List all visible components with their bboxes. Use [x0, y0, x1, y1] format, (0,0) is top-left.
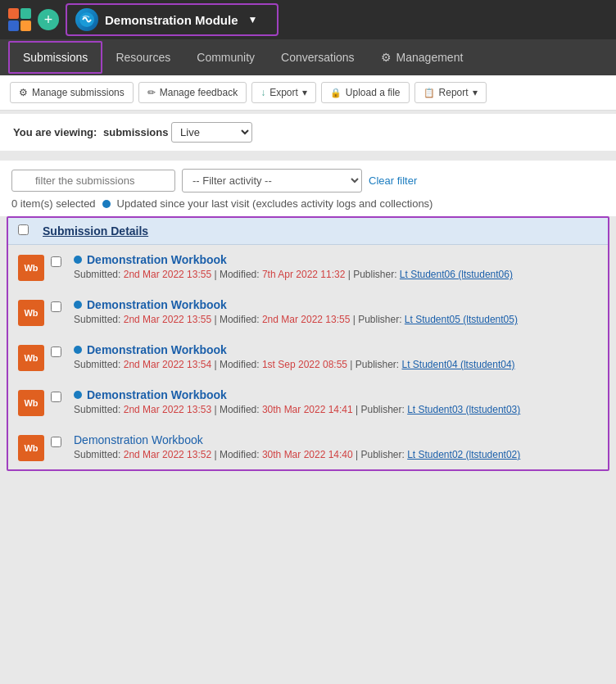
viewing-mode-select[interactable]: Live Draft Archived	[171, 122, 252, 143]
submission-meta: Submitted: 2nd Mar 2022 13:53 | Modified…	[74, 404, 598, 415]
row-checkbox[interactable]	[51, 256, 61, 267]
table-header-row: Submission Details	[8, 218, 608, 245]
row-checkbox[interactable]	[51, 301, 61, 312]
publisher-link[interactable]: Lt Student02 (ltstudent02)	[407, 449, 520, 460]
workbook-icon: Wb	[18, 255, 44, 281]
table-row: Wb Demonstration Workbook Submitted: 2nd…	[8, 425, 608, 469]
viewing-text: You are viewing: submissions	[13, 126, 171, 138]
viewing-type: submissions	[103, 126, 168, 138]
gear-icon	[19, 87, 28, 98]
tab-submissions[interactable]: Submissions	[8, 41, 102, 74]
row-checkbox[interactable]	[51, 437, 61, 447]
publisher-link[interactable]: Lt Student04 (ltstudent04)	[402, 359, 515, 370]
submission-title-text: Demonstration Workbook	[87, 388, 227, 401]
submission-meta: Submitted: 2nd Mar 2022 13:55 | Modified…	[74, 269, 598, 280]
row-checkbox-cell	[51, 388, 67, 402]
module-selector[interactable]: Demonstration Module ▼	[66, 3, 279, 36]
row-checkbox-cell	[51, 253, 67, 267]
manage-feedback-label: Manage feedback	[160, 87, 238, 98]
tab-resources-label: Resources	[116, 51, 170, 64]
modified-date: 7th Apr 2022 11:32	[262, 269, 345, 280]
pebblepad-logo	[8, 8, 31, 31]
publisher-link[interactable]: Lt Student06 (ltstudent06)	[400, 269, 513, 280]
submission-title-text: Demonstration Workbook	[87, 343, 227, 356]
tab-conversations[interactable]: Conversations	[268, 43, 368, 72]
tab-resources[interactable]: Resources	[102, 43, 183, 72]
wb-label: Wb	[24, 263, 38, 273]
modified-date: 30th Mar 2022 14:41	[262, 404, 353, 415]
search-input[interactable]	[11, 170, 175, 192]
tab-submissions-label: Submissions	[23, 51, 88, 64]
submission-meta: Submitted: 2nd Mar 2022 13:55 | Modified…	[74, 314, 598, 325]
tab-management[interactable]: Management	[368, 43, 477, 72]
modified-date: 2nd Mar 2022 13:55	[262, 314, 350, 325]
update-notice-text: Updated since your last visit (excludes …	[117, 197, 433, 210]
status-row: 0 item(s) selected Updated since your la…	[11, 193, 605, 211]
manage-submissions-label: Manage submissions	[32, 87, 125, 98]
submission-title-link[interactable]: Demonstration Workbook	[74, 298, 598, 311]
submissions-table-wrapper: Submission Details Wb Demonstration Work…	[0, 216, 616, 471]
tab-community[interactable]: Community	[183, 43, 268, 72]
submission-title-link[interactable]: Demonstration Workbook	[74, 433, 598, 446]
report-chevron-icon: ▾	[473, 87, 478, 98]
wb-label: Wb	[24, 353, 38, 363]
workbook-icon: Wb	[18, 345, 44, 371]
workbook-icon: Wb	[18, 390, 44, 416]
submission-info: Demonstration Workbook Submitted: 2nd Ma…	[74, 388, 598, 415]
submission-details-header[interactable]: Submission Details	[43, 224, 148, 238]
submitted-date: 2nd Mar 2022 13:52	[124, 449, 211, 460]
submission-title-link[interactable]: Demonstration Workbook	[74, 343, 598, 356]
submission-info: Demonstration Workbook Submitted: 2nd Ma…	[74, 298, 598, 325]
viewing-prefix: You are viewing:	[13, 126, 97, 138]
action-toolbar: Manage submissions Manage feedback Expor…	[0, 75, 616, 111]
updated-indicator-icon	[74, 391, 82, 399]
upload-button[interactable]: Upload a file	[321, 82, 410, 103]
row-checkbox-cell	[51, 343, 67, 357]
manage-submissions-button[interactable]: Manage submissions	[10, 82, 134, 103]
submission-title-text: Demonstration Workbook	[74, 433, 203, 446]
row-checkbox[interactable]	[51, 347, 61, 357]
publisher-link[interactable]: Lt Student05 (ltstudent05)	[405, 314, 518, 325]
header-checkbox-cell	[18, 224, 34, 238]
workbook-icon: Wb	[18, 435, 44, 461]
tab-community-label: Community	[197, 51, 255, 64]
tab-management-label: Management	[396, 51, 464, 64]
export-icon	[260, 87, 265, 98]
clear-filter-label: Clear filter	[369, 174, 417, 187]
submission-title-link[interactable]: Demonstration Workbook	[74, 388, 598, 401]
updated-indicator-icon	[74, 346, 82, 354]
search-wrapper: 🔍	[11, 170, 175, 192]
wb-label: Wb	[24, 443, 38, 453]
manage-feedback-button[interactable]: Manage feedback	[138, 82, 247, 103]
report-button[interactable]: Report ▾	[414, 82, 487, 103]
report-label: Report	[439, 87, 469, 98]
clear-filter-button[interactable]: Clear filter	[369, 174, 417, 187]
module-icon	[75, 8, 98, 31]
row-checkbox-cell	[51, 298, 67, 312]
submitted-date: 2nd Mar 2022 13:54	[124, 359, 211, 370]
wb-label: Wb	[24, 398, 38, 408]
table-row: Wb Demonstration Workbook Submitted: 2nd…	[8, 335, 608, 380]
table-row: Wb Demonstration Workbook Submitted: 2nd…	[8, 380, 608, 425]
filter-activity-select[interactable]: -- Filter activity --	[182, 169, 362, 193]
submitted-date: 2nd Mar 2022 13:55	[124, 314, 211, 325]
top-navigation: + Demonstration Module ▼	[0, 0, 616, 39]
report-icon	[424, 87, 435, 98]
export-button[interactable]: Export ▾	[251, 82, 316, 103]
submission-info: Demonstration Workbook Submitted: 2nd Ma…	[74, 253, 598, 280]
export-chevron-icon: ▾	[302, 87, 307, 98]
table-row: Wb Demonstration Workbook Submitted: 2nd…	[8, 290, 608, 335]
submission-title-link[interactable]: Demonstration Workbook	[74, 253, 598, 266]
upload-icon	[330, 87, 342, 98]
update-indicator-icon	[102, 200, 111, 208]
add-button[interactable]: +	[38, 9, 59, 30]
select-all-checkbox[interactable]	[18, 224, 29, 235]
table-row: Wb Demonstration Workbook Submitted: 2nd…	[8, 245, 608, 290]
publisher-link[interactable]: Lt Student03 (ltstudent03)	[407, 404, 520, 415]
modified-date: 30th Mar 2022 14:40	[262, 449, 353, 460]
module-chevron-icon: ▼	[248, 14, 258, 25]
updated-indicator-icon	[74, 256, 82, 264]
row-checkbox[interactable]	[51, 392, 61, 402]
module-name: Demonstration Module	[105, 13, 238, 27]
submitted-date: 2nd Mar 2022 13:55	[124, 269, 211, 280]
